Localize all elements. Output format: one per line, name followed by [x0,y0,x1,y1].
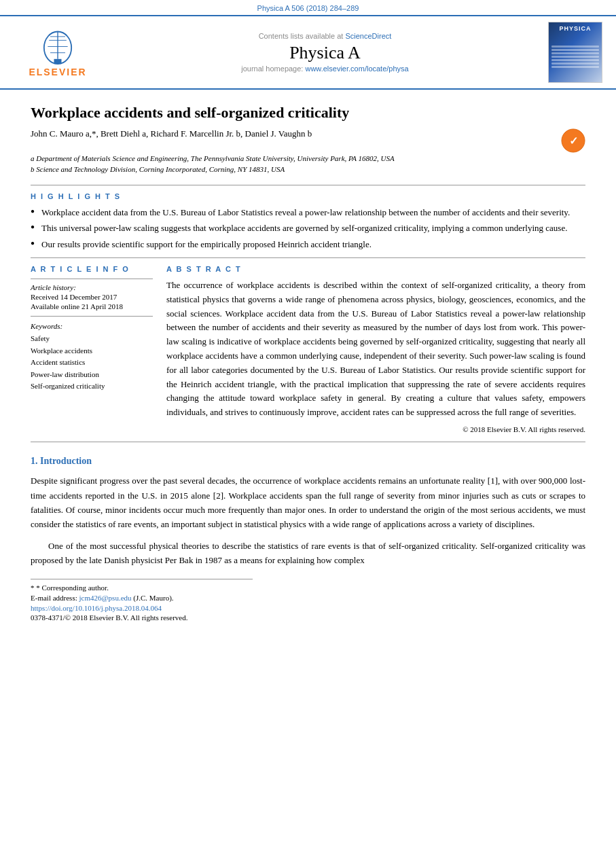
email-note: E-mail address: jcm426@psu.edu (J.C. Mau… [31,594,585,602]
doi-bar: Physica A 506 (2018) 284–289 [0,0,616,15]
footer-divider [31,579,253,579]
history-label: Article history: [31,283,153,291]
highlights-section: H I G H L I G H T S Workplace accident d… [31,192,585,251]
journal-center: Contents lists available at ScienceDirec… [109,32,541,73]
keyword-1: Safety [31,333,153,345]
cover-label: PHYSICA [559,25,591,32]
keywords-divider [31,316,153,317]
intro-paragraph-2: One of the most successful physical theo… [31,539,585,568]
highlights-header: H I G H L I G H T S [31,192,585,200]
highlights-list: Workplace accident data from the U.S. Bu… [31,206,585,251]
article-info-header: A R T I C L E I N F O [31,265,153,273]
homepage-link: journal homepage: www.elsevier.com/locat… [109,65,541,73]
corresponding-author-note: * * Corresponding author. [31,584,585,592]
physica-cover: PHYSICA [548,22,602,83]
doi-link-line: https://doi.org/10.1016/j.physa.2018.04.… [31,604,585,612]
article-title: Workplace accidents and self-organized c… [31,103,585,123]
page: Physica A 506 (2018) 284–289 ELSEVIER Co… [0,0,616,841]
doi-link[interactable]: https://doi.org/10.1016/j.physa.2018.04.… [31,604,162,612]
elsevier-brand: ELSEVIER [29,67,86,77]
divider-2 [31,257,585,258]
divider-3 [31,442,585,442]
introduction-section: 1. Introduction Despite significant prog… [31,456,585,568]
abstract-header: A B S T R A C T [166,265,585,273]
two-column-section: A R T I C L E I N F O Article history: R… [31,265,585,433]
sciencedirect-link: Contents lists available at ScienceDirec… [109,32,541,40]
highlight-item-1: Workplace accident data from the U.S. Bu… [31,206,585,219]
available-date: Available online 21 April 2018 [31,302,153,310]
journal-title: Physica A [109,43,541,63]
authors-row: John C. Mauro a,*, Brett Diehl a, Richar… [31,128,585,153]
homepage-url[interactable]: www.elsevier.com/locate/physa [305,65,408,73]
keyword-3: Accident statistics [31,357,153,369]
copyright: © 2018 Elsevier B.V. All rights reserved… [166,425,585,433]
affiliations: a Department of Materials Science and En… [31,153,585,175]
article-info-column: A R T I C L E I N F O Article history: R… [31,265,153,433]
intro-header: 1. Introduction [31,456,585,467]
email-label: E-mail address: [31,594,77,602]
star-icon: * [31,584,36,592]
authors: John C. Mauro a,*, Brett Diehl a, Richar… [31,128,554,139]
issn-line: 0378-4371/© 2018 Elsevier B.V. All right… [31,613,585,622]
corresponding-label: * Corresponding author. [36,584,109,592]
divider-1 [31,185,585,185]
authors-text: John C. Mauro a,*, Brett Diehl a, Richar… [31,128,312,139]
highlight-item-3: Our results provide scientific support f… [31,238,585,251]
info-divider [31,279,153,279]
email-link[interactable]: jcm426@psu.edu [79,594,131,602]
elsevier-logo: ELSEVIER [14,28,102,77]
keyword-2: Workplace accidents [31,345,153,357]
keyword-4: Power-law distribution [31,369,153,381]
abstract-column: A B S T R A C T The occurrence of workpl… [166,265,585,433]
journal-header: ELSEVIER Contents lists available at Sci… [0,15,616,90]
svg-text:✓: ✓ [569,135,578,147]
cover-decoration [551,33,599,79]
doi-text: Physica A 506 (2018) 284–289 [257,4,359,12]
sciencedirect-url[interactable]: ScienceDirect [345,32,391,40]
email-person: (J.C. Mauro). [133,594,173,602]
received-date: Received 14 December 2017 [31,293,153,301]
elsevier-tree-icon [24,28,92,65]
affiliation-b: b Science and Technology Division, Corni… [31,164,585,175]
intro-paragraph-1: Despite significant progress over the pa… [31,473,585,532]
affiliation-a: a Department of Materials Science and En… [31,153,585,164]
highlight-item-2: This universal power-law scaling suggest… [31,221,585,235]
keyword-5: Self-organized criticality [31,380,153,393]
crossmark-icon: ✓ [561,128,585,153]
abstract-text: The occurrence of workplace accidents is… [166,279,585,420]
keywords-header: Keywords: [31,322,153,330]
article-content: Workplace accidents and self-organized c… [0,90,616,635]
